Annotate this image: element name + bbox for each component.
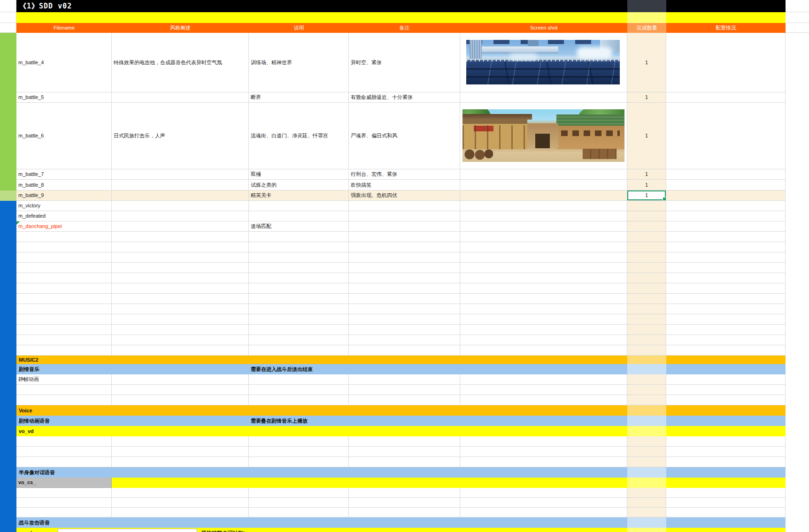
- row-indicator-cell[interactable]: [0, 232, 16, 242]
- cell-config[interactable]: [666, 252, 786, 263]
- row-indicator-cell[interactable]: [0, 283, 16, 294]
- cell-qty[interactable]: [627, 488, 666, 498]
- cell-screenshot[interactable]: [460, 335, 627, 345]
- cell-note[interactable]: [349, 325, 460, 335]
- cell-desc[interactable]: 双殛: [249, 169, 349, 180]
- cell-config[interactable]: [666, 232, 786, 242]
- cell-note[interactable]: [349, 508, 460, 517]
- section-band-MUSIC2[interactable]: MUSIC2: [16, 356, 786, 364]
- row-indicator-cell[interactable]: [0, 335, 16, 345]
- cell-note[interactable]: [349, 232, 460, 242]
- header-desc[interactable]: 说明: [249, 23, 349, 33]
- cell-screenshot[interactable]: [460, 103, 627, 169]
- row-indicator-cell[interactable]: [0, 33, 16, 92]
- cell-note[interactable]: 异时空、紧张: [349, 33, 460, 92]
- row-indicator-cell[interactable]: [0, 103, 16, 169]
- cell-screenshot[interactable]: [460, 457, 627, 467]
- cell-screenshot[interactable]: [460, 283, 627, 294]
- cell-note[interactable]: [349, 488, 460, 498]
- row-header-cell[interactable]: [0, 23, 16, 33]
- cell-style[interactable]: [112, 273, 249, 283]
- cell-desc[interactable]: [249, 436, 349, 447]
- cell-qty[interactable]: [627, 201, 666, 211]
- cell-note[interactable]: [349, 436, 460, 447]
- fill-handle[interactable]: [663, 197, 666, 201]
- cell-screenshot[interactable]: [460, 201, 627, 211]
- cell-qty[interactable]: [627, 283, 666, 294]
- row-indicator-cell[interactable]: [0, 405, 16, 416]
- cell-filename[interactable]: m_victory: [16, 201, 112, 211]
- cell-note[interactable]: [349, 242, 460, 252]
- cell-config[interactable]: [666, 103, 786, 169]
- cell-desc[interactable]: [249, 252, 349, 263]
- cell-screenshot[interactable]: [460, 242, 627, 252]
- row-indicator-cell[interactable]: [0, 180, 16, 190]
- cell-filename[interactable]: m_battle_9: [16, 190, 112, 201]
- cell-style[interactable]: [112, 498, 249, 508]
- cell-desc[interactable]: [249, 345, 349, 356]
- cell-screenshot[interactable]: [460, 374, 627, 385]
- cell-desc[interactable]: [249, 304, 349, 314]
- cell-style[interactable]: [112, 508, 249, 517]
- cell-note[interactable]: 欢快搞笑: [349, 180, 460, 190]
- cell-filename[interactable]: [16, 488, 112, 498]
- cell-style[interactable]: [112, 169, 249, 180]
- row-indicator-cell[interactable]: [0, 211, 16, 221]
- row-indicator-cell[interactable]: [0, 385, 16, 395]
- cell-note[interactable]: [349, 345, 460, 356]
- row-indicator-cell[interactable]: [0, 356, 16, 364]
- cell-qty[interactable]: [627, 232, 666, 242]
- cell-qty[interactable]: [627, 221, 666, 232]
- cell-note[interactable]: [349, 457, 460, 467]
- cell-style[interactable]: [112, 345, 249, 356]
- cell-config[interactable]: [666, 221, 786, 232]
- yellow-spacer-band[interactable]: [16, 12, 786, 23]
- cell-style[interactable]: [112, 190, 249, 201]
- cell-filename[interactable]: m_daochang_pipei: [16, 221, 112, 232]
- cell-filename[interactable]: m_battle_8: [16, 180, 112, 190]
- cell-filename[interactable]: [16, 345, 112, 356]
- row-indicator-cell[interactable]: [0, 517, 16, 528]
- cell-filename[interactable]: [16, 325, 112, 335]
- vocs-yellow-band[interactable]: [112, 478, 786, 488]
- cell-note[interactable]: [349, 273, 460, 283]
- section-band-半身像对话语音[interactable]: 半身像对话语音: [16, 467, 786, 478]
- cell-filename[interactable]: [16, 304, 112, 314]
- cell-filename[interactable]: [16, 273, 112, 283]
- row-indicator-cell[interactable]: [0, 92, 16, 103]
- cell-config[interactable]: [666, 33, 786, 92]
- cell-style[interactable]: [112, 242, 249, 252]
- cell-screenshot[interactable]: [460, 498, 627, 508]
- row-indicator-cell[interactable]: [0, 221, 16, 232]
- cell-style[interactable]: [112, 395, 249, 405]
- cell-config[interactable]: [666, 314, 786, 325]
- cell-config[interactable]: [666, 294, 786, 304]
- cell-config[interactable]: [666, 242, 786, 252]
- header-filename[interactable]: Filename: [16, 23, 112, 33]
- cell-style[interactable]: 特殊效果的电吉他，合成器音色代表异时空气氛: [112, 33, 249, 92]
- cell-qty[interactable]: 1: [627, 169, 666, 180]
- cell-filename[interactable]: [16, 335, 112, 345]
- cell-config[interactable]: [666, 304, 786, 314]
- cell-filename[interactable]: [16, 447, 112, 457]
- section-band-战斗攻击语音[interactable]: 战斗攻击语音: [16, 517, 786, 528]
- cell-config[interactable]: [666, 283, 786, 294]
- cell-qty[interactable]: [627, 447, 666, 457]
- cell-desc[interactable]: [249, 283, 349, 294]
- cell-note[interactable]: [349, 252, 460, 263]
- cell-qty[interactable]: [627, 498, 666, 508]
- cell-screenshot[interactable]: [460, 304, 627, 314]
- cell-desc[interactable]: [249, 211, 349, 221]
- cell-config[interactable]: [666, 374, 786, 385]
- cell-filename[interactable]: [16, 385, 112, 395]
- cell-desc[interactable]: [249, 395, 349, 405]
- cell-screenshot[interactable]: [460, 92, 627, 103]
- cell-config[interactable]: [666, 395, 786, 405]
- cell-desc[interactable]: [249, 488, 349, 498]
- cell-screenshot[interactable]: [460, 180, 627, 190]
- cell-style[interactable]: [112, 92, 249, 103]
- cell-desc[interactable]: [249, 508, 349, 517]
- cell-desc[interactable]: [249, 447, 349, 457]
- cell-note[interactable]: [349, 304, 460, 314]
- cell-config[interactable]: [666, 335, 786, 345]
